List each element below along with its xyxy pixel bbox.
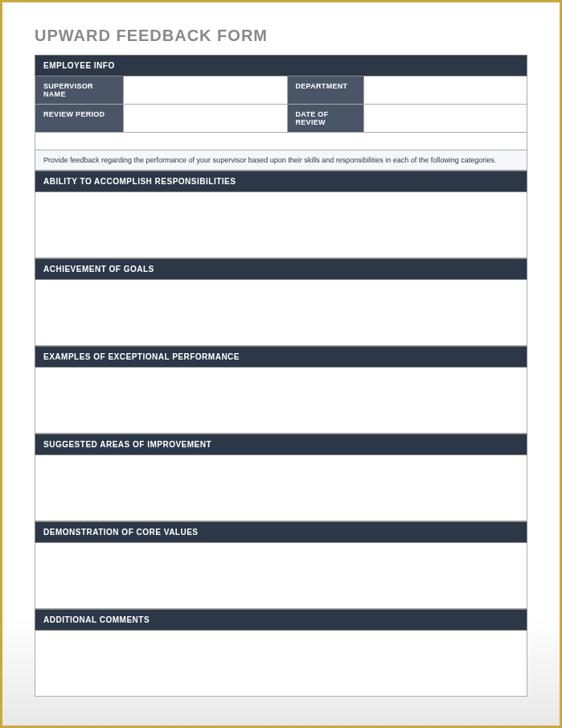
date-of-review-label: DATE OF REVIEW bbox=[288, 105, 364, 132]
spacer-row bbox=[35, 133, 527, 150]
date-of-review-input[interactable] bbox=[364, 105, 527, 132]
section-header-3: SUGGESTED AREAS OF IMPROVEMENT bbox=[35, 434, 527, 455]
section-textarea-1[interactable] bbox=[35, 280, 527, 346]
instruction-text: Provide feedback regarding the performan… bbox=[35, 150, 527, 171]
department-label: DEPARTMENT bbox=[288, 76, 364, 104]
section-textarea-5[interactable] bbox=[35, 631, 527, 697]
section-textarea-4[interactable] bbox=[35, 543, 527, 609]
section-textarea-3[interactable] bbox=[35, 455, 527, 521]
review-period-input[interactable] bbox=[124, 105, 288, 132]
section-header-2: EXAMPLES OF EXCEPTIONAL PERFORMANCE bbox=[35, 346, 527, 368]
info-row-2: REVIEW PERIOD DATE OF REVIEW bbox=[35, 105, 527, 133]
section-header-4: DEMONSTRATION OF CORE VALUES bbox=[35, 521, 527, 543]
section-textarea-0[interactable] bbox=[35, 192, 527, 258]
document-frame: UPWARD FEEDBACK FORM EMPLOYEE INFO SUPER… bbox=[0, 0, 562, 728]
info-row-1: SUPERVISOR NAME DEPARTMENT bbox=[35, 76, 527, 105]
section-textarea-2[interactable] bbox=[35, 368, 527, 434]
department-input[interactable] bbox=[364, 76, 527, 104]
review-period-label: REVIEW PERIOD bbox=[35, 105, 124, 132]
section-header-1: ACHIEVEMENT OF GOALS bbox=[35, 258, 527, 280]
supervisor-name-input[interactable] bbox=[124, 76, 288, 104]
employee-info-header: EMPLOYEE INFO bbox=[35, 55, 527, 76]
section-header-5: ADDITIONAL COMMENTS bbox=[35, 609, 527, 631]
supervisor-name-label: SUPERVISOR NAME bbox=[35, 76, 124, 104]
form-title: UPWARD FEEDBACK FORM bbox=[35, 27, 527, 45]
section-header-0: ABILITY TO ACCOMPLISH RESPONSIBILITIES bbox=[35, 171, 527, 192]
